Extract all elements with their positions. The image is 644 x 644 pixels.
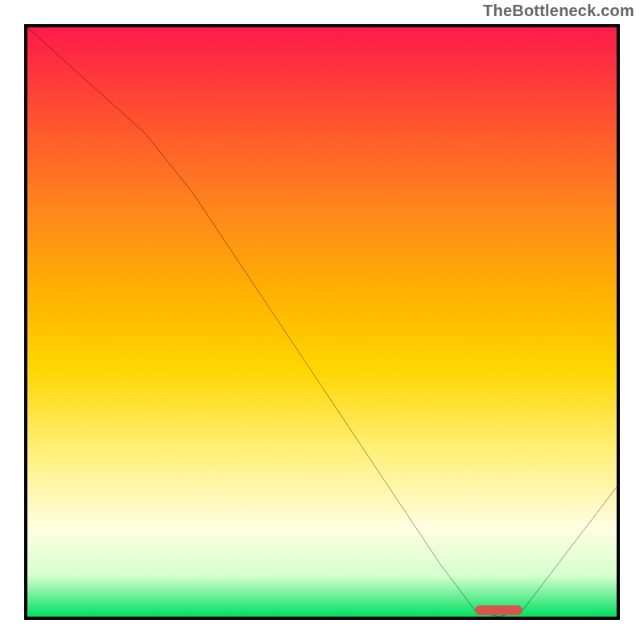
curve-svg — [27, 27, 617, 617]
bottleneck-curve — [27, 27, 617, 617]
optimal-range-marker — [475, 605, 522, 615]
chart-container: TheBottleneck.com — [0, 0, 644, 644]
watermark-text: TheBottleneck.com — [483, 2, 634, 20]
plot-area — [24, 24, 620, 620]
